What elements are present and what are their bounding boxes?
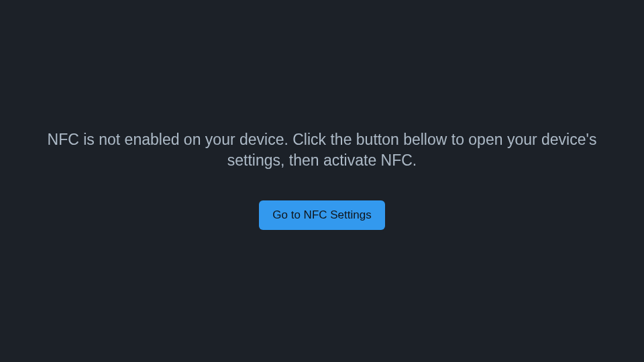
go-to-nfc-settings-button[interactable]: Go to NFC Settings (259, 200, 384, 230)
nfc-disabled-message: NFC is not enabled on your device. Click… (30, 129, 614, 171)
